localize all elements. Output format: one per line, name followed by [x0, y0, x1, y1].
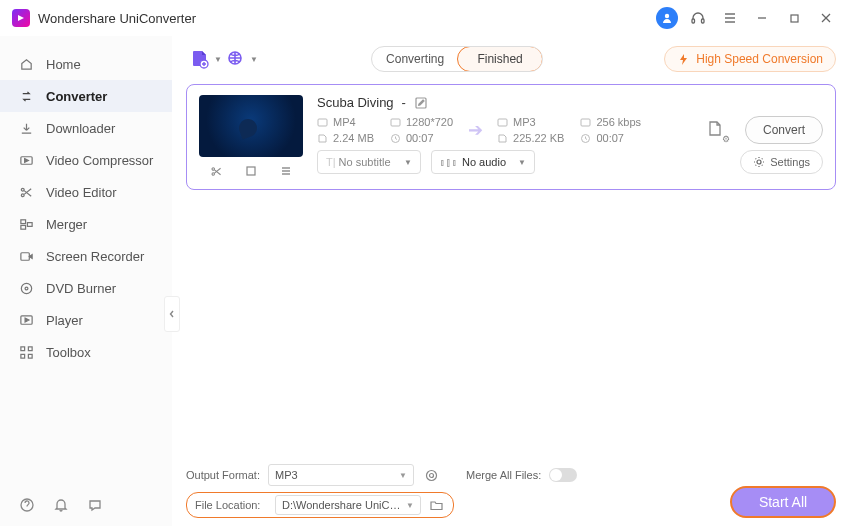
tab-finished[interactable]: Finished	[457, 46, 543, 72]
out-duration: 00:07	[596, 132, 624, 144]
sidebar-item-recorder[interactable]: Screen Recorder	[0, 240, 172, 272]
audio-value: No audio	[462, 156, 506, 168]
help-icon[interactable]	[18, 496, 36, 514]
play-icon	[18, 312, 34, 328]
sidebar-item-converter[interactable]: Converter	[0, 80, 172, 112]
maximize-button[interactable]	[782, 6, 806, 30]
output-settings-icon[interactable]: ⚙	[705, 119, 727, 141]
svg-rect-22	[20, 354, 24, 358]
chevron-down-icon: ▼	[250, 55, 258, 64]
gear-icon: ⚙	[722, 134, 730, 144]
sidebar-item-editor[interactable]: Video Editor	[0, 176, 172, 208]
out-format: MP3	[513, 116, 536, 128]
chevron-down-icon: ▼	[399, 471, 407, 480]
disc-icon	[18, 280, 34, 296]
svg-rect-20	[20, 346, 24, 350]
file-location-dropdown[interactable]: D:\Wondershare UniConvert ▼	[275, 495, 421, 515]
svg-rect-21	[28, 346, 32, 350]
open-folder-icon[interactable]	[427, 496, 445, 514]
high-speed-button[interactable]: High Speed Conversion	[664, 46, 836, 72]
bell-icon[interactable]	[52, 496, 70, 514]
close-button[interactable]	[814, 6, 838, 30]
arrow-right-icon: ➔	[463, 119, 487, 141]
svg-rect-16	[20, 252, 28, 260]
tab-converting[interactable]: Converting	[372, 47, 458, 71]
sidebar-item-label: Video Compressor	[46, 153, 153, 168]
collapse-sidebar-button[interactable]	[164, 296, 180, 332]
file-location-label: File Location:	[195, 499, 269, 511]
bitrate-icon	[580, 117, 591, 128]
svg-point-41	[426, 470, 436, 480]
sidebar-item-label: Home	[46, 57, 81, 72]
size-icon	[497, 133, 508, 144]
settings-button[interactable]: Settings	[740, 150, 823, 174]
sidebar-item-merger[interactable]: Merger	[0, 208, 172, 240]
trim-icon[interactable]	[206, 163, 226, 179]
subtitle-dropdown[interactable]: T| No subtitle ▼	[317, 150, 421, 174]
output-format-label: Output Format:	[186, 469, 260, 481]
add-url-button[interactable]: ▼	[222, 46, 250, 72]
audio-dropdown[interactable]: ⫾⫿⫾ No audio ▼	[431, 150, 535, 174]
svg-rect-7	[791, 15, 798, 22]
out-bitrate: 256 kbps	[596, 116, 641, 128]
sidebar-item-player[interactable]: Player	[0, 304, 172, 336]
video-thumbnail[interactable]	[199, 95, 303, 157]
svg-rect-37	[498, 119, 507, 126]
sidebar-item-compressor[interactable]: Video Compressor	[0, 144, 172, 176]
svg-point-0	[665, 14, 669, 18]
out-size: 225.22 KB	[513, 132, 564, 144]
start-all-button[interactable]: Start All	[730, 486, 836, 518]
sidebar-item-dvd[interactable]: DVD Burner	[0, 272, 172, 304]
feedback-icon[interactable]	[86, 496, 104, 514]
user-avatar[interactable]	[656, 7, 678, 29]
file-location-value: D:\Wondershare UniConvert	[282, 499, 406, 511]
sidebar-item-toolbox[interactable]: Toolbox	[0, 336, 172, 368]
clock-icon	[390, 133, 401, 144]
svg-point-12	[21, 193, 24, 196]
output-format-dropdown[interactable]: MP3 ▼	[268, 464, 414, 486]
add-file-button[interactable]: ▼	[186, 46, 214, 72]
format-settings-icon[interactable]	[422, 466, 440, 484]
svg-point-18	[25, 287, 28, 290]
file-card: Scuba Diving - MP4 1280*720 2.24 MB 00:0…	[186, 84, 836, 190]
grid-icon	[18, 344, 34, 360]
scissors-icon	[18, 184, 34, 200]
svg-rect-35	[391, 119, 400, 126]
chevron-down-icon: ▼	[214, 55, 222, 64]
headset-icon[interactable]	[686, 6, 710, 30]
svg-point-28	[212, 172, 214, 174]
merger-icon	[18, 216, 34, 232]
svg-rect-38	[581, 119, 590, 126]
sidebar-item-home[interactable]: Home	[0, 48, 172, 80]
more-icon[interactable]	[276, 163, 296, 179]
sidebar-item-label: Downloader	[46, 121, 115, 136]
svg-rect-13	[20, 219, 25, 223]
wave-icon: ⫾⫿⫾	[440, 156, 458, 168]
chevron-down-icon: ▼	[406, 501, 414, 510]
in-size: 2.24 MB	[333, 132, 374, 144]
svg-point-11	[21, 188, 24, 191]
edit-title-icon[interactable]	[414, 96, 428, 110]
sidebar-item-label: Toolbox	[46, 345, 91, 360]
in-duration: 00:07	[406, 132, 434, 144]
svg-point-42	[429, 473, 433, 477]
titlebar: Wondershare UniConverter	[0, 0, 850, 36]
chevron-down-icon: ▼	[518, 158, 526, 167]
high-speed-label: High Speed Conversion	[696, 52, 823, 66]
convert-button[interactable]: Convert	[745, 116, 823, 144]
compressor-icon	[18, 152, 34, 168]
svg-point-27	[212, 167, 214, 169]
output-format-value: MP3	[275, 469, 298, 481]
sidebar-item-downloader[interactable]: Downloader	[0, 112, 172, 144]
settings-label: Settings	[770, 156, 810, 168]
svg-rect-2	[702, 19, 705, 23]
merge-toggle[interactable]	[549, 468, 577, 482]
crop-icon[interactable]	[241, 163, 261, 179]
sidebar-item-label: Converter	[46, 89, 107, 104]
svg-rect-29	[247, 167, 255, 175]
minimize-button[interactable]	[750, 6, 774, 30]
menu-icon[interactable]	[718, 6, 742, 30]
format-icon	[317, 117, 328, 128]
sidebar-item-label: Merger	[46, 217, 87, 232]
sidebar-item-label: DVD Burner	[46, 281, 116, 296]
